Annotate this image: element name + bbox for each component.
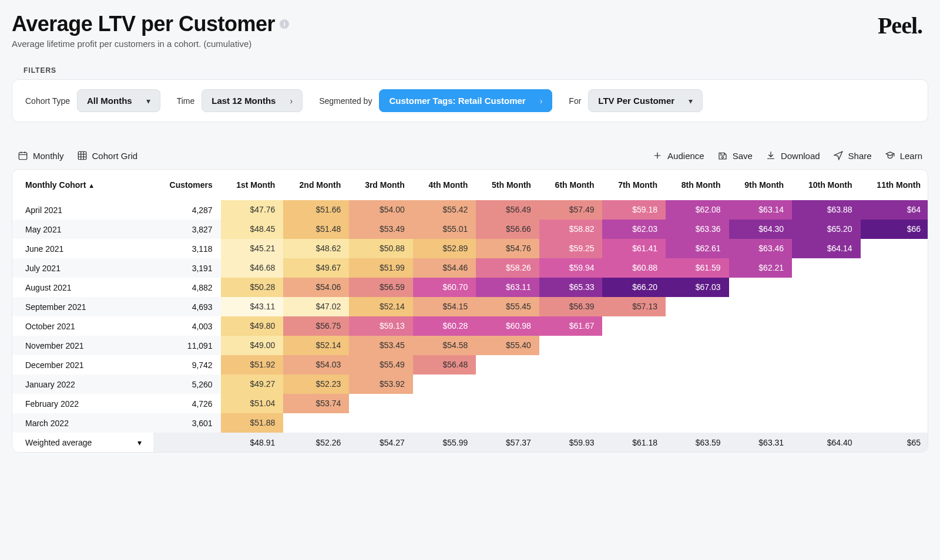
value-cell [861, 375, 928, 394]
value-cell: $50.88 [349, 239, 412, 258]
weighted-value-cell: $57.37 [476, 433, 539, 452]
column-header[interactable]: 4th Month [413, 170, 476, 200]
column-header[interactable]: 6th Month [539, 170, 603, 200]
value-cell: $67.03 [666, 278, 729, 297]
save-icon [717, 150, 728, 161]
value-cell: $65.33 [539, 278, 603, 297]
value-cell: $51.88 [221, 413, 284, 433]
value-cell: $52.23 [283, 375, 349, 394]
value-cell [792, 278, 860, 297]
column-header[interactable]: 10th Month [792, 170, 860, 200]
cohort-label: April 2021 [12, 200, 153, 220]
column-header[interactable]: 1st Month [221, 170, 284, 200]
value-cell [861, 336, 928, 355]
value-cell [539, 336, 603, 355]
value-cell: $55.42 [413, 200, 476, 220]
column-header[interactable]: 7th Month [602, 170, 666, 200]
weighted-value-cell: $63.31 [729, 433, 793, 452]
filter-cohort-type: Cohort Type All Months ▾ [25, 89, 160, 112]
weighted-average-row: Weighted average▾$48.91$52.26$54.27$55.9… [12, 433, 928, 452]
value-cell [602, 355, 666, 375]
value-cell: $56.59 [349, 278, 412, 297]
value-cell: $45.21 [221, 239, 284, 258]
cohort-table: Monthly Cohort ▲Customers1st Month2nd Mo… [12, 170, 928, 452]
value-cell [861, 258, 928, 278]
value-cell [666, 375, 729, 394]
segmented-select[interactable]: Customer Tags: Retail Customer › [379, 89, 552, 112]
value-cell [861, 316, 928, 336]
value-cell: $54.58 [413, 336, 476, 355]
value-cell [729, 316, 793, 336]
value-cell: $51.92 [221, 355, 284, 375]
value-cell: $61.59 [666, 258, 729, 278]
value-cell: $49.27 [221, 375, 284, 394]
value-cell [476, 413, 539, 433]
value-cell [861, 394, 928, 413]
page-subtitle: Average lifetime profit per customers in… [12, 39, 289, 49]
learn-button[interactable]: Learn [885, 150, 922, 161]
weighted-value-cell: $65 [861, 433, 928, 452]
value-cell [792, 258, 860, 278]
value-cell [602, 394, 666, 413]
value-cell: $64.30 [729, 220, 793, 239]
filter-segmented: Segmented by Customer Tags: Retail Custo… [319, 89, 552, 112]
value-cell [602, 336, 666, 355]
cohort-label: July 2021 [12, 258, 153, 278]
filter-cohort-type-label: Cohort Type [25, 96, 70, 106]
value-cell [729, 355, 793, 375]
column-header[interactable]: Monthly Cohort ▲ [12, 170, 153, 200]
value-cell [666, 297, 729, 316]
column-header[interactable]: Customers [153, 170, 221, 200]
cohort-label: June 2021 [12, 239, 153, 258]
value-cell: $63.46 [729, 239, 793, 258]
download-button[interactable]: Download [766, 150, 820, 161]
weighted-customers [153, 433, 221, 452]
value-cell: $61.41 [602, 239, 666, 258]
cohort-label: December 2021 [12, 355, 153, 375]
monthly-button[interactable]: Monthly [18, 150, 64, 161]
cohort-type-value: All Months [87, 96, 132, 106]
column-header[interactable]: 8th Month [666, 170, 729, 200]
cohort-type-select[interactable]: All Months ▾ [77, 89, 160, 112]
value-cell: $66.20 [602, 278, 666, 297]
filter-for: For LTV Per Customer ▾ [569, 89, 703, 112]
table-row: August 20214,882$50.28$54.06$56.59$60.70… [12, 278, 928, 297]
info-icon[interactable]: i [280, 19, 289, 29]
value-cell [729, 394, 793, 413]
value-cell: $54.15 [413, 297, 476, 316]
value-cell: $64.14 [792, 239, 860, 258]
weighted-label-cell[interactable]: Weighted average▾ [12, 433, 153, 452]
value-cell [602, 413, 666, 433]
value-cell [539, 375, 603, 394]
value-cell: $52.14 [349, 297, 412, 316]
for-select[interactable]: LTV Per Customer ▾ [588, 89, 703, 112]
value-cell: $52.89 [413, 239, 476, 258]
learn-icon [885, 150, 895, 161]
value-cell [476, 355, 539, 375]
value-cell: $47.76 [221, 200, 284, 220]
value-cell: $53.49 [349, 220, 412, 239]
column-header[interactable]: 11th Month [861, 170, 928, 200]
table-scroll[interactable]: Monthly Cohort ▲Customers1st Month2nd Mo… [12, 170, 928, 452]
save-button[interactable]: Save [717, 150, 753, 161]
value-cell [729, 297, 793, 316]
table-row: February 20224,726$51.04$53.74 [12, 394, 928, 413]
value-cell: $49.00 [221, 336, 284, 355]
column-header[interactable]: 5th Month [476, 170, 539, 200]
filter-segmented-label: Segmented by [319, 96, 372, 106]
download-label: Download [781, 151, 820, 161]
column-header[interactable]: 3rd Month [349, 170, 412, 200]
share-button[interactable]: Share [833, 150, 872, 161]
column-header[interactable]: 9th Month [729, 170, 793, 200]
time-select[interactable]: Last 12 Months › [202, 89, 303, 112]
value-cell [413, 375, 476, 394]
sort-asc-icon: ▲ [88, 182, 95, 189]
audience-button[interactable]: Audience [652, 150, 704, 161]
weighted-value-cell: $63.59 [666, 433, 729, 452]
cohort-grid-button[interactable]: Cohort Grid [77, 150, 138, 161]
table-row: July 20213,191$46.68$49.67$51.99$54.46$5… [12, 258, 928, 278]
column-header[interactable]: 2nd Month [283, 170, 349, 200]
filters-card: Cohort Type All Months ▾ Time Last 12 Mo… [12, 79, 928, 122]
customers-cell: 11,091 [153, 336, 221, 355]
value-cell: $65.20 [792, 220, 860, 239]
